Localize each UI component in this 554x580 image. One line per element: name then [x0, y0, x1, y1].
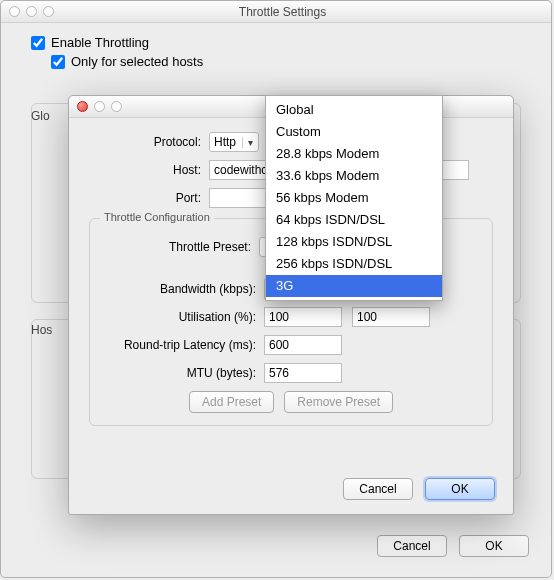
mtu-input[interactable]: [264, 363, 342, 383]
util-row: Utilisation (%):: [104, 307, 478, 327]
enable-throttling-label: Enable Throttling: [51, 35, 149, 50]
util-download-input[interactable]: [264, 307, 342, 327]
background-group-label-glo: Glo: [31, 109, 50, 123]
zoom-icon[interactable]: [111, 101, 122, 112]
preset-option[interactable]: 3G: [266, 275, 442, 297]
main-cancel-button[interactable]: Cancel: [377, 535, 447, 557]
preset-option[interactable]: Global: [266, 99, 442, 121]
preset-dropdown[interactable]: GlobalCustom28.8 kbps Modem33.6 kbps Mod…: [265, 95, 443, 301]
protocol-value: Http: [214, 135, 236, 149]
close-icon[interactable]: [77, 101, 88, 112]
preset-option[interactable]: 33.6 kbps Modem: [266, 165, 442, 187]
preset-option[interactable]: 56 kbps Modem: [266, 187, 442, 209]
rtt-label: Round-trip Latency (ms):: [104, 338, 264, 352]
main-titlebar: Throttle Settings: [1, 1, 551, 23]
sheet-ok-button[interactable]: OK: [425, 478, 495, 500]
util-upload-input[interactable]: [352, 307, 430, 327]
remove-preset-button[interactable]: Remove Preset: [284, 391, 393, 413]
sheet-buttons-row: Cancel OK: [343, 478, 495, 500]
main-window-title: Throttle Settings: [54, 5, 511, 19]
main-buttons-row: Cancel OK: [377, 535, 529, 557]
preset-label: Throttle Preset:: [104, 240, 259, 254]
preset-option[interactable]: 28.8 kbps Modem: [266, 143, 442, 165]
mtu-row: MTU (bytes):: [104, 363, 478, 383]
only-selected-hosts-checkbox[interactable]: [51, 55, 65, 69]
port-label: Port:: [89, 191, 209, 205]
preset-option[interactable]: Custom: [266, 121, 442, 143]
protocol-select[interactable]: Http ▾: [209, 132, 259, 152]
throttle-config-title: Throttle Configuration: [100, 211, 214, 223]
preset-option[interactable]: 256 kbps ISDN/DSL: [266, 253, 442, 275]
main-ok-button[interactable]: OK: [459, 535, 529, 557]
minimize-icon[interactable]: [94, 101, 105, 112]
zoom-icon[interactable]: [43, 6, 54, 17]
sheet-cancel-button[interactable]: Cancel: [343, 478, 413, 500]
only-selected-hosts-label: Only for selected hosts: [71, 54, 203, 69]
close-icon[interactable]: [9, 6, 20, 17]
add-preset-button[interactable]: Add Preset: [189, 391, 274, 413]
preset-option[interactable]: 128 kbps ISDN/DSL: [266, 231, 442, 253]
chevron-down-icon: ▾: [242, 137, 254, 148]
sheet-traffic-lights: [77, 101, 122, 112]
rtt-input[interactable]: [264, 335, 342, 355]
host-label: Host:: [89, 163, 209, 177]
only-selected-hosts-row: Only for selected hosts: [51, 54, 551, 69]
util-label: Utilisation (%):: [104, 310, 264, 324]
bandwidth-label: Bandwidth (kbps):: [104, 282, 264, 296]
preset-buttons-row: Add Preset Remove Preset: [104, 391, 478, 413]
preset-option[interactable]: 64 kbps ISDN/DSL: [266, 209, 442, 231]
enable-throttling-checkbox[interactable]: [31, 36, 45, 50]
enable-throttling-row: Enable Throttling: [31, 35, 551, 50]
mtu-label: MTU (bytes):: [104, 366, 264, 380]
protocol-label: Protocol:: [89, 135, 209, 149]
minimize-icon[interactable]: [26, 6, 37, 17]
main-traffic-lights: [9, 6, 54, 17]
rtt-row: Round-trip Latency (ms):: [104, 335, 478, 355]
background-group-label-hos: Hos: [31, 323, 52, 337]
